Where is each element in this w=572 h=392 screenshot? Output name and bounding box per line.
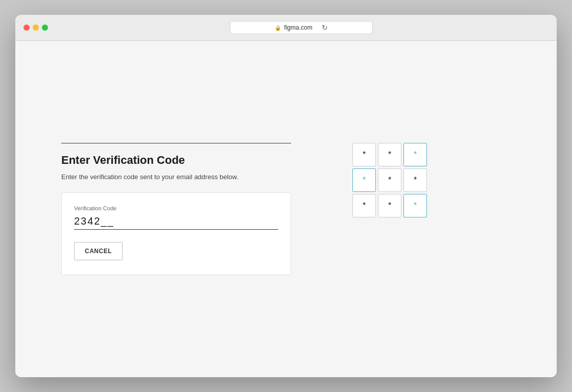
close-button[interactable] — [23, 24, 30, 31]
keypad-cell-1[interactable]: * — [352, 143, 376, 166]
lock-icon: 🔒 — [275, 25, 281, 31]
form-card: Verification Code CANCEL — [61, 192, 291, 275]
browser-content: Enter Verification Code Enter the verifi… — [15, 41, 557, 377]
minimize-button[interactable] — [33, 24, 39, 31]
keypad-cell-3[interactable]: * — [403, 143, 427, 166]
keypad-cell-8[interactable]: * — [378, 194, 401, 217]
url-text: figma.com — [284, 24, 312, 31]
form-section: Enter Verification Code Enter the verifi… — [61, 143, 291, 275]
verification-code-label: Verification Code — [74, 205, 278, 211]
keypad-cell-4[interactable]: * — [352, 168, 376, 192]
browser-chrome: 🔒 figma.com ↻ — [15, 15, 557, 41]
keypad-cell-5[interactable]: * — [378, 168, 401, 192]
browser-window: 🔒 figma.com ↻ Enter Verification Code En… — [15, 15, 557, 377]
traffic-lights — [23, 24, 48, 31]
maximize-button[interactable] — [42, 24, 48, 31]
reload-button[interactable]: ↻ — [322, 23, 328, 32]
keypad-cell-9[interactable]: * — [403, 194, 427, 217]
address-bar: 🔒 figma.com ↻ — [54, 21, 549, 34]
divider-line — [61, 143, 291, 143]
keypad-cell-6[interactable]: * — [403, 168, 427, 192]
keypad-section: * * * * * * * * * — [352, 143, 427, 217]
form-title: Enter Verification Code — [61, 154, 291, 167]
form-description: Enter the verification code sent to your… — [61, 172, 291, 182]
input-group: Verification Code — [74, 205, 278, 230]
cancel-button[interactable]: CANCEL — [74, 242, 123, 260]
address-bar-input[interactable]: 🔒 figma.com ↻ — [230, 21, 373, 34]
verification-code-input[interactable] — [74, 213, 278, 230]
keypad-cell-7[interactable]: * — [352, 194, 376, 217]
main-layout: Enter Verification Code Enter the verifi… — [61, 143, 511, 275]
keypad-cell-2[interactable]: * — [378, 143, 401, 166]
